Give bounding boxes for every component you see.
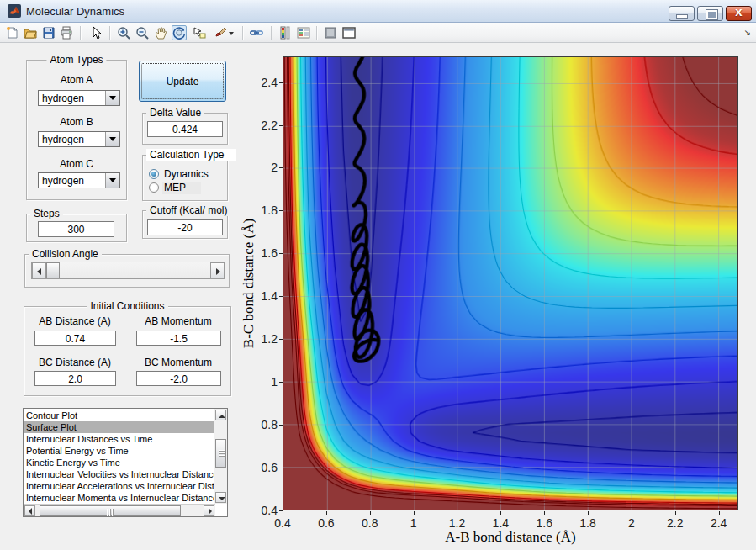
- plot-type-item[interactable]: Kinetic Energy vs Time: [24, 457, 214, 468]
- ab-distance-field[interactable]: 0.74: [34, 331, 116, 346]
- y-tick-label: 1.6: [262, 246, 278, 260]
- delta-value-field[interactable]: 0.424: [147, 121, 223, 137]
- listbox-horizontal-scrollbar[interactable]: [24, 504, 215, 516]
- brush-icon: [213, 26, 226, 40]
- steps-field[interactable]: 300: [38, 221, 114, 237]
- steps-title: Steps: [30, 208, 63, 219]
- atom-types-title: Atom Types: [46, 54, 106, 66]
- x-tick-label: 1: [410, 516, 417, 530]
- mep-radio[interactable]: [149, 182, 159, 193]
- scroll-right-icon[interactable]: [204, 505, 214, 516]
- plot-type-item[interactable]: Internuclear Momenta vs Internuclear Dis…: [24, 492, 214, 504]
- hide-plot-tools-icon: [324, 26, 337, 40]
- potential-surface-plot[interactable]: [283, 56, 738, 510]
- toolbar-overflow-icon[interactable]: ↘: [744, 28, 751, 37]
- zoom-in-button[interactable]: [116, 25, 131, 40]
- y-tick-label: 1.4: [262, 289, 278, 303]
- zoom-out-button[interactable]: [135, 25, 150, 40]
- scroll-left-icon[interactable]: [24, 505, 35, 516]
- y-tick-mark: [279, 253, 283, 254]
- colorbar-icon: [278, 26, 292, 40]
- plot-type-item[interactable]: Internuclear Accelerations vs Internucle…: [24, 480, 214, 492]
- horizontal-scroll-thumb[interactable]: [40, 505, 181, 516]
- dock-figure-button[interactable]: [341, 25, 357, 40]
- cutoff-field[interactable]: -20: [147, 219, 223, 235]
- y-tick-mark: [279, 382, 283, 383]
- pointer-button[interactable]: [88, 25, 103, 40]
- title-bar[interactable]: Molecular Dynamics: [0, 0, 756, 23]
- atom-a-value: hydrogen: [42, 93, 84, 104]
- zoom-out-icon: [135, 26, 149, 40]
- close-button[interactable]: [726, 6, 752, 21]
- atom-c-dropdown-arrow-icon[interactable]: [105, 173, 119, 188]
- data-cursor-button[interactable]: [192, 25, 207, 40]
- x-tick-mark: [457, 511, 457, 515]
- listbox-vertical-scrollbar[interactable]: [214, 409, 227, 504]
- link-plot-button[interactable]: [249, 25, 264, 40]
- y-tick-label: 2: [271, 161, 278, 174]
- save-button[interactable]: [41, 25, 56, 40]
- scroll-down-icon[interactable]: [215, 492, 226, 503]
- y-tick-label: 1.8: [262, 204, 278, 217]
- collision-angle-slider[interactable]: [31, 262, 225, 279]
- open-file-icon: [24, 26, 37, 40]
- ab-momentum-field[interactable]: -1.5: [136, 331, 221, 346]
- dynamics-radio[interactable]: [149, 169, 159, 179]
- hide-plot-tools-button[interactable]: [323, 25, 338, 40]
- x-tick-label: 2.2: [667, 516, 683, 530]
- atom-a-dropdown-arrow-icon[interactable]: [105, 91, 119, 105]
- atom-b-label: Atom B: [60, 116, 93, 128]
- x-tick-mark: [675, 511, 676, 515]
- brush-dropdown-button[interactable]: [227, 25, 235, 40]
- plot-type-item[interactable]: Potential Energy vs Time: [24, 445, 214, 457]
- new-file-button[interactable]: [5, 25, 20, 40]
- x-tick-mark: [500, 511, 501, 515]
- legend-button[interactable]: [296, 25, 311, 40]
- x-tick-mark: [632, 511, 632, 515]
- bc-momentum-label: BC Momentum: [145, 357, 212, 368]
- delta-value-title: Delta Value: [146, 107, 204, 119]
- y-tick-mark: [279, 510, 283, 511]
- toolbar-separator: [80, 26, 81, 40]
- atom-c-dropdown[interactable]: hydrogen: [38, 172, 120, 188]
- atom-a-dropdown[interactable]: hydrogen: [38, 90, 120, 106]
- bc-momentum-field[interactable]: -2.0: [136, 371, 221, 386]
- plot-type-listbox[interactable]: Contour PlotSurface PlotInternuclear Dis…: [23, 408, 228, 517]
- scroll-up-icon[interactable]: [215, 410, 226, 420]
- atom-b-dropdown[interactable]: hydrogen: [38, 131, 120, 147]
- calculation-type-title: Calculation Type: [146, 149, 236, 161]
- colorbar-button[interactable]: [278, 25, 293, 40]
- new-file-icon: [6, 26, 19, 40]
- atom-b-dropdown-arrow-icon[interactable]: [105, 132, 119, 146]
- x-tick-label: 1.4: [493, 516, 509, 530]
- toolbar-separator: [109, 26, 110, 40]
- dock-figure-icon: [342, 26, 356, 40]
- y-tick-mark: [279, 210, 283, 211]
- x-tick-mark: [414, 511, 415, 515]
- plot-type-item[interactable]: Contour Plot: [24, 410, 214, 421]
- maximize-button[interactable]: [697, 6, 723, 21]
- bc-distance-field[interactable]: 2.0: [34, 371, 116, 386]
- ab-distance-label: AB Distance (A): [39, 315, 110, 327]
- atom-c-value: hydrogen: [42, 175, 84, 187]
- print-button[interactable]: [59, 25, 74, 40]
- y-tick-label: 1: [271, 375, 278, 389]
- dynamics-radio-label[interactable]: Dynamics: [164, 168, 209, 180]
- pan-button[interactable]: [153, 25, 168, 40]
- plot-type-item[interactable]: Surface Plot: [24, 421, 214, 433]
- vertical-scroll-thumb[interactable]: [215, 439, 226, 468]
- slider-left-arrow-icon[interactable]: [32, 262, 46, 278]
- minimize-button[interactable]: [669, 6, 695, 21]
- slider-thumb[interactable]: [46, 262, 60, 278]
- rotate-3d-button[interactable]: [172, 25, 187, 40]
- plot-type-item[interactable]: Internuclear Velocities vs Internuclear …: [24, 468, 214, 480]
- slider-right-arrow-icon[interactable]: [210, 262, 225, 278]
- open-file-button[interactable]: [23, 25, 38, 40]
- update-button[interactable]: Update: [139, 61, 226, 102]
- mep-radio-label[interactable]: MEP: [162, 182, 201, 194]
- pointer-icon: [89, 26, 103, 40]
- brush-button[interactable]: [212, 25, 227, 40]
- plot-type-item[interactable]: Internuclear Distances vs Time: [24, 433, 214, 445]
- atom-c-label: Atom C: [60, 158, 93, 170]
- brush-dropdown-icon: [227, 26, 235, 40]
